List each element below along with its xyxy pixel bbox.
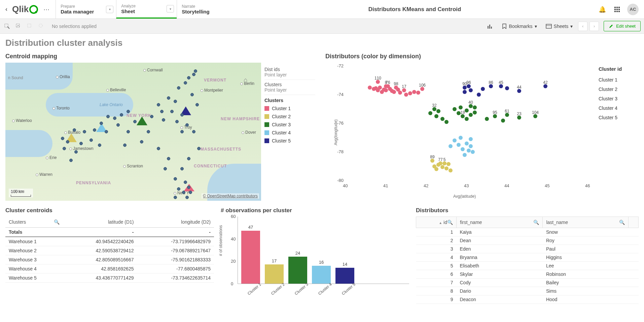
scatter-point[interactable] [485, 117, 489, 121]
map-point[interactable] [180, 130, 184, 133]
map-point[interactable] [189, 191, 192, 194]
map-point[interactable] [123, 143, 127, 147]
map-point[interactable] [160, 110, 164, 113]
legend-item[interactable]: Cluster 2 [264, 112, 315, 121]
legend-item[interactable]: Cluster 3 [264, 121, 315, 129]
map-point[interactable] [140, 140, 143, 143]
table-row[interactable]: 9DeaconHood [416, 295, 639, 304]
table-row[interactable]: Warehouse 140.945422240426-73.7199664829… [5, 237, 214, 246]
scatter-point[interactable] [434, 114, 438, 118]
scatter-point[interactable] [446, 162, 451, 166]
map-point[interactable] [116, 123, 120, 127]
legend-item[interactable]: Cluster 4 [599, 103, 622, 113]
map-point[interactable] [174, 196, 177, 199]
bookmarks-button[interactable]: Bookmarks ▾ [498, 22, 540, 31]
map-point[interactable] [113, 117, 116, 120]
scatter-point[interactable] [469, 113, 473, 117]
user-avatar[interactable]: AC [627, 4, 639, 15]
map-point[interactable] [127, 110, 130, 113]
table-row[interactable]: Warehouse 342.805089516667-75.9016218833… [5, 255, 214, 264]
scatter-point[interactable] [449, 168, 453, 172]
distributors-table[interactable]: ▲id 🔍 first_name🔍 last_name🔍 1KaiyaSnow2… [416, 217, 639, 304]
sheets-button[interactable]: Sheets ▾ [542, 22, 576, 31]
legend-item[interactable]: Cluster 3 [599, 94, 622, 103]
scatter-point[interactable] [463, 153, 467, 157]
scatter-point[interactable] [459, 105, 463, 109]
scatter-point[interactable] [505, 86, 509, 90]
map-point[interactable] [174, 100, 177, 103]
bar-chart[interactable]: # of observations 0204060 47Cluster 117C… [221, 217, 409, 304]
map-point[interactable] [180, 167, 184, 170]
scatter-point[interactable] [436, 109, 440, 113]
scatter-point[interactable] [453, 107, 457, 111]
map-point[interactable] [184, 81, 187, 85]
scatter-point[interactable] [459, 136, 463, 140]
table-row[interactable]: 6SkylarRobinson [416, 270, 639, 279]
map-point[interactable] [190, 93, 194, 96]
map-point[interactable] [157, 103, 160, 106]
map-point[interactable] [192, 130, 195, 133]
scatter-point[interactable] [392, 90, 396, 94]
map-point[interactable] [150, 115, 153, 118]
map-point[interactable] [195, 103, 199, 106]
table-row[interactable]: 7CodyBailey [416, 279, 639, 287]
search-icon[interactable]: 🔍 [619, 220, 625, 225]
map-point[interactable] [61, 137, 64, 140]
map-canvas[interactable]: n Sound Orillia Belleville Cornwall VERM… [5, 63, 261, 201]
bar-1[interactable]: 47Cluster 1 [241, 231, 260, 284]
scatter-point[interactable] [469, 137, 473, 141]
map-point[interactable] [74, 150, 78, 154]
legend-item[interactable]: Cluster 4 [264, 129, 315, 137]
scatter-point[interactable] [404, 93, 408, 97]
scatter-point[interactable] [440, 117, 444, 121]
hub-icon[interactable] [612, 5, 622, 14]
map-point[interactable] [174, 177, 177, 181]
col-clusters[interactable]: Clusters🔍 [5, 217, 63, 228]
insight-advisor-icon[interactable] [484, 21, 496, 31]
scatter-plot[interactable]: Avg(longitude) Avg(latitude) 40414243444… [325, 63, 595, 197]
edit-sheet-button[interactable]: Edit sheet [604, 21, 641, 31]
map-point[interactable] [105, 130, 108, 133]
selection-tool-icon[interactable] [15, 23, 22, 30]
scatter-point[interactable] [465, 141, 469, 146]
map-point[interactable] [182, 191, 185, 194]
map-point[interactable] [192, 73, 195, 76]
map-point[interactable] [66, 140, 69, 143]
scatter-point[interactable] [434, 167, 438, 171]
scatter-point[interactable] [469, 144, 473, 148]
home-icon[interactable]: ⌂ [244, 76, 248, 84]
map-point[interactable] [194, 69, 197, 73]
smart-search-icon[interactable] [3, 23, 11, 30]
scatter-point[interactable] [428, 111, 432, 115]
scatter-point[interactable] [467, 149, 471, 153]
map-point[interactable] [175, 120, 179, 123]
centroids-table[interactable]: Clusters🔍 latitude (D1) longitude (D2) T… [5, 217, 214, 283]
map-point[interactable] [170, 110, 174, 113]
scatter-point[interactable] [471, 150, 475, 154]
map-point[interactable] [185, 196, 189, 199]
tab-prepare[interactable]: Prepare Data manager ▾ [56, 0, 116, 19]
scatter-point[interactable] [463, 90, 467, 94]
scatter-point[interactable] [368, 86, 372, 90]
map-point[interactable] [187, 157, 190, 160]
legend-item[interactable]: Cluster 5 [264, 137, 315, 145]
table-row[interactable]: Warehouse 242.590538729412-79.0678892176… [5, 246, 214, 255]
qlik-logo[interactable]: Qlik [10, 4, 40, 14]
scatter-point[interactable] [449, 144, 453, 148]
map-point[interactable] [167, 157, 170, 160]
map-point[interactable] [185, 123, 189, 127]
map-point[interactable] [197, 147, 201, 150]
col-last-name[interactable]: last_name🔍 [543, 217, 629, 228]
map-point[interactable] [98, 143, 101, 147]
bar-4[interactable]: 16Cluster 4 [312, 266, 331, 284]
table-row[interactable]: Warehouse 442.8581692625-77.6800485875 [5, 264, 214, 273]
search-icon[interactable]: 🔍 [533, 220, 539, 225]
map-point[interactable] [63, 147, 66, 150]
prev-sheet-button[interactable]: ‹ [578, 22, 587, 31]
col-latitude[interactable]: latitude (D1) [63, 217, 137, 228]
tab-analyze-dropdown[interactable]: ▾ [167, 5, 174, 12]
map-point[interactable] [180, 113, 184, 117]
scatter-point[interactable] [444, 166, 449, 170]
table-row[interactable]: Warehouse 543.436770771429-73.7346226357… [5, 273, 214, 283]
map-point[interactable] [164, 167, 167, 170]
